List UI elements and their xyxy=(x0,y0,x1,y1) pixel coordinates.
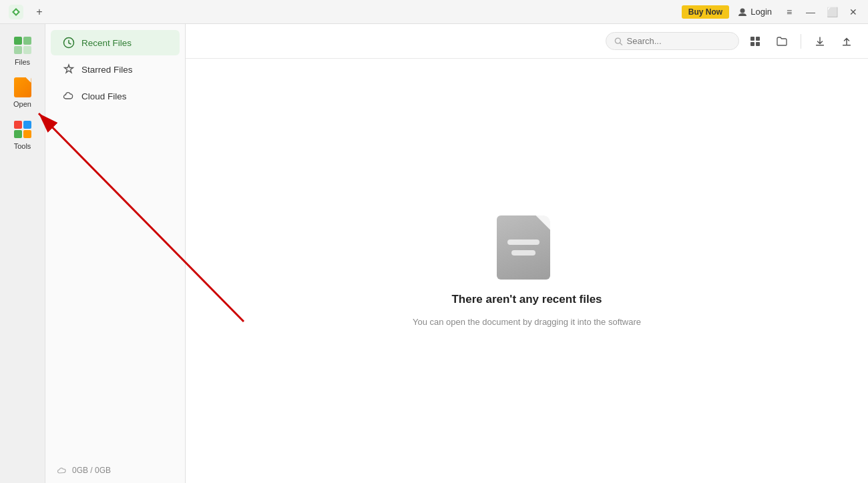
left-nav: Files Open Tools xyxy=(0,24,45,483)
search-input[interactable] xyxy=(627,36,730,46)
titlebar-right: Buy Now Login ≡ — ⬜ ✕ xyxy=(682,5,863,19)
files-nav-icon xyxy=(12,35,33,56)
sidebar-starred-label: Starred Files xyxy=(81,65,133,75)
sidebar: Recent Files Starred Files Cloud Files xyxy=(45,24,186,483)
login-button[interactable]: Login xyxy=(732,5,777,19)
files-icon-cell-2 xyxy=(23,37,31,45)
titlebar: + Buy Now Login ≡ — ⬜ ✕ xyxy=(0,0,868,24)
nav-item-files-label: Files xyxy=(15,58,30,66)
nav-item-open[interactable]: Open xyxy=(0,71,45,113)
app-body: Files Open Tools xyxy=(0,24,868,483)
sidebar-recent-label: Recent Files xyxy=(81,38,132,48)
files-icon-cell-3 xyxy=(14,46,22,54)
download-button[interactable] xyxy=(809,31,831,52)
file-document-icon xyxy=(497,215,550,280)
svg-rect-9 xyxy=(843,45,851,46)
star-icon xyxy=(63,63,75,75)
svg-point-1 xyxy=(740,8,745,13)
svg-rect-7 xyxy=(756,42,760,46)
svg-rect-6 xyxy=(750,42,754,46)
sidebar-item-cloud[interactable]: Cloud Files xyxy=(51,83,180,109)
nav-item-tools-label: Tools xyxy=(14,142,31,150)
files-icon-cell-1 xyxy=(14,37,22,45)
svg-rect-5 xyxy=(756,37,760,41)
empty-state-title: There aren't any recent files xyxy=(451,293,602,306)
sidebar-item-recent[interactable]: Recent Files xyxy=(51,30,180,55)
search-icon xyxy=(614,37,623,46)
toolbar xyxy=(186,24,868,59)
files-icon-grid xyxy=(14,37,31,54)
add-tab-button[interactable]: + xyxy=(32,5,47,19)
login-label: Login xyxy=(750,7,772,17)
nav-item-tools[interactable]: Tools xyxy=(0,113,45,155)
sidebar-footer: 0GB / 0GB xyxy=(45,458,185,483)
user-icon xyxy=(737,7,748,17)
cloud-icon xyxy=(63,90,75,102)
tools-nav-icon xyxy=(12,119,33,140)
svg-rect-4 xyxy=(750,37,754,41)
folder-button[interactable] xyxy=(771,31,793,52)
hamburger-menu-button[interactable]: ≡ xyxy=(780,5,799,19)
upload-button[interactable] xyxy=(836,31,857,52)
file-line-2 xyxy=(511,250,535,256)
open-nav-icon xyxy=(12,77,33,98)
storage-label: 0GB / 0GB xyxy=(72,466,111,475)
nav-item-open-label: Open xyxy=(13,100,31,108)
empty-state-subtitle: You can open the document by dragging it… xyxy=(413,317,641,327)
tools-icon-cell-2 xyxy=(23,121,31,129)
buy-now-button[interactable]: Buy Now xyxy=(682,5,729,19)
sidebar-cloud-label: Cloud Files xyxy=(81,91,127,101)
toolbar-divider xyxy=(801,34,801,49)
main-content: There aren't any recent files You can op… xyxy=(186,24,868,483)
maximize-button[interactable]: ⬜ xyxy=(823,5,841,19)
cloud-storage-icon xyxy=(57,466,67,475)
clock-icon xyxy=(63,37,75,49)
open-icon-shape xyxy=(14,77,31,97)
titlebar-left: + xyxy=(5,1,47,23)
sidebar-item-starred[interactable]: Starred Files xyxy=(51,57,180,82)
app-logo xyxy=(5,1,27,23)
file-line-1 xyxy=(507,239,539,245)
grid-view-button[interactable] xyxy=(744,31,766,52)
tools-icon-grid xyxy=(14,121,31,138)
close-button[interactable]: ✕ xyxy=(844,5,863,19)
empty-state-icon xyxy=(497,215,557,282)
tools-icon-cell-3 xyxy=(14,130,22,138)
minimize-button[interactable]: — xyxy=(801,5,820,19)
empty-state: There aren't any recent files You can op… xyxy=(186,59,868,483)
tools-icon-cell-1 xyxy=(14,121,22,129)
svg-rect-8 xyxy=(816,45,824,46)
tools-icon-cell-4 xyxy=(23,130,31,138)
search-box[interactable] xyxy=(606,32,739,50)
nav-item-files[interactable]: Files xyxy=(0,29,45,71)
files-icon-cell-4 xyxy=(23,46,31,54)
